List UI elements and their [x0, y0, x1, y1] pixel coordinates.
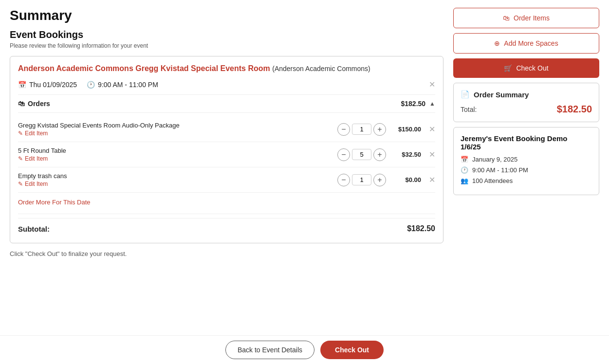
order-item-info-1: Gregg Kvistad Special Events Room Audio-… — [18, 122, 337, 137]
order-more-link[interactable]: Order More For This Date — [18, 199, 91, 206]
qty-input-2[interactable] — [352, 149, 371, 160]
qty-input-1[interactable] — [352, 124, 371, 135]
event-info-title: Jeremy's Event Booking Demo 1/6/25 — [461, 134, 592, 151]
qty-increase-2[interactable]: + — [373, 148, 386, 161]
event-calendar-icon: 📅 — [461, 156, 468, 163]
event-date-row: 📅 January 9, 2025 — [461, 156, 592, 163]
remove-item-3[interactable]: ✕ — [429, 175, 435, 184]
orders-label: 🛍 Orders — [18, 100, 50, 108]
event-attendees: 100 Attendees — [472, 177, 513, 184]
event-time: 9:00 AM - 11:00 PM — [472, 166, 528, 174]
cart-icon: 🛒 — [504, 64, 512, 72]
event-info-card: Jeremy's Event Booking Demo 1/6/25 📅 Jan… — [453, 127, 599, 195]
orders-total: $182.50 — [401, 100, 426, 108]
edit-item-link-3[interactable]: ✎ Edit Item — [18, 181, 337, 187]
subtotal-row: Subtotal: $182.50 — [18, 218, 435, 235]
item-price-2: $32.50 — [392, 151, 421, 158]
qty-increase-1[interactable]: + — [373, 123, 386, 136]
edit-item-link-2[interactable]: ✎ Edit Item — [18, 155, 337, 162]
remove-item-1[interactable]: ✕ — [429, 125, 435, 134]
venue-subtitle: (Anderson Academic Commons) — [272, 65, 370, 73]
booking-card-title: Anderson Academic Commons Gregg Kvistad … — [18, 64, 435, 73]
check-out-button-right[interactable]: 🛒 Check Out — [453, 58, 599, 78]
total-amount: $182.50 — [557, 104, 592, 115]
qty-decrease-2[interactable]: − — [337, 148, 350, 161]
order-summary-header: 📄 Order Summary — [461, 90, 592, 99]
booking-time: 9:00 AM - 11:00 PM — [98, 81, 158, 89]
item-price-1: $150.00 — [392, 126, 421, 133]
document-icon: 📄 — [461, 90, 470, 99]
page-title: Summary — [10, 8, 443, 23]
qty-increase-3[interactable]: + — [373, 174, 386, 186]
order-item-name-1: Gregg Kvistad Special Events Room Audio-… — [18, 122, 337, 129]
subtotal-amount: $182.50 — [407, 224, 435, 233]
order-items-button[interactable]: 🛍 Order Items — [453, 8, 599, 28]
event-bookings-heading: Event Bookings — [10, 29, 443, 40]
clock-icon: 🕐 — [87, 81, 95, 89]
item-price-3: $0.00 — [392, 176, 421, 183]
remove-booking-button[interactable]: ✕ — [429, 80, 435, 89]
orders-row[interactable]: 🛍 Orders $182.50 ▲ — [18, 95, 435, 110]
order-item-info-2: 5 Ft Round Table ✎ Edit Item — [18, 147, 337, 162]
event-date: January 9, 2025 — [472, 156, 517, 163]
qty-controls-1: − + — [337, 123, 386, 136]
edit-icon-3: ✎ — [18, 181, 23, 187]
finalize-note: Click "Check Out" to finalize your reque… — [10, 250, 443, 257]
subtitle-text: Please review the following information … — [10, 42, 443, 49]
booking-card: Anderson Academic Commons Gregg Kvistad … — [10, 56, 443, 243]
calendar-icon: 📅 — [18, 81, 26, 89]
add-more-spaces-button[interactable]: ⊕ Add More Spaces — [453, 33, 599, 54]
edit-icon-1: ✎ — [18, 130, 23, 137]
qty-decrease-3[interactable]: − — [337, 174, 350, 186]
edit-item-link-1[interactable]: ✎ Edit Item — [18, 130, 337, 137]
total-label: Total: — [461, 106, 477, 113]
booking-date: Thu 01/09/2025 — [29, 81, 77, 89]
bottom-bar: Back to Event Details Check Out — [0, 335, 609, 364]
back-to-event-details-button[interactable]: Back to Event Details — [225, 341, 314, 359]
order-item-name-3: Empty trash cans — [18, 172, 337, 180]
checkout-bottom-button[interactable]: Check Out — [320, 341, 384, 359]
date-item: 📅 Thu 01/09/2025 — [18, 81, 77, 89]
qty-input-3[interactable] — [352, 174, 371, 185]
edit-icon-2: ✎ — [18, 155, 23, 162]
chevron-up-icon: ▲ — [429, 100, 435, 107]
attendees-icon: 👥 — [461, 177, 468, 184]
bag-icon: 🛍 — [18, 100, 25, 108]
shopping-bag-icon: 🛍 — [503, 14, 510, 22]
qty-controls-3: − + — [337, 174, 386, 186]
event-clock-icon: 🕐 — [461, 166, 468, 174]
room-name: Anderson Academic Commons Gregg Kvistad … — [18, 64, 270, 73]
plus-circle-icon: ⊕ — [494, 39, 500, 47]
order-item-name-2: 5 Ft Round Table — [18, 147, 337, 154]
total-row: Total: $182.50 — [461, 104, 592, 115]
time-item: 🕐 9:00 AM - 11:00 PM — [87, 81, 158, 89]
remove-item-2[interactable]: ✕ — [429, 150, 435, 159]
order-item-row-2: 5 Ft Round Table ✎ Edit Item − + $32.50 … — [18, 142, 435, 167]
order-item-row: Gregg Kvistad Special Events Room Audio-… — [18, 117, 435, 142]
event-attendees-row: 👥 100 Attendees — [461, 177, 592, 184]
qty-controls-2: − + — [337, 148, 386, 161]
date-time-row: 📅 Thu 01/09/2025 🕐 9:00 AM - 11:00 PM ✕ — [18, 78, 435, 95]
right-panel: 🛍 Order Items ⊕ Add More Spaces 🛒 Check … — [453, 8, 599, 257]
order-item-row-3: Empty trash cans ✎ Edit Item − + $0.00 ✕ — [18, 167, 435, 193]
order-summary-card: 📄 Order Summary Total: $182.50 — [453, 83, 599, 122]
order-item-info-3: Empty trash cans ✎ Edit Item — [18, 172, 337, 187]
subtotal-label: Subtotal: — [18, 225, 50, 233]
event-time-row: 🕐 9:00 AM - 11:00 PM — [461, 166, 592, 174]
qty-decrease-1[interactable]: − — [337, 123, 350, 136]
